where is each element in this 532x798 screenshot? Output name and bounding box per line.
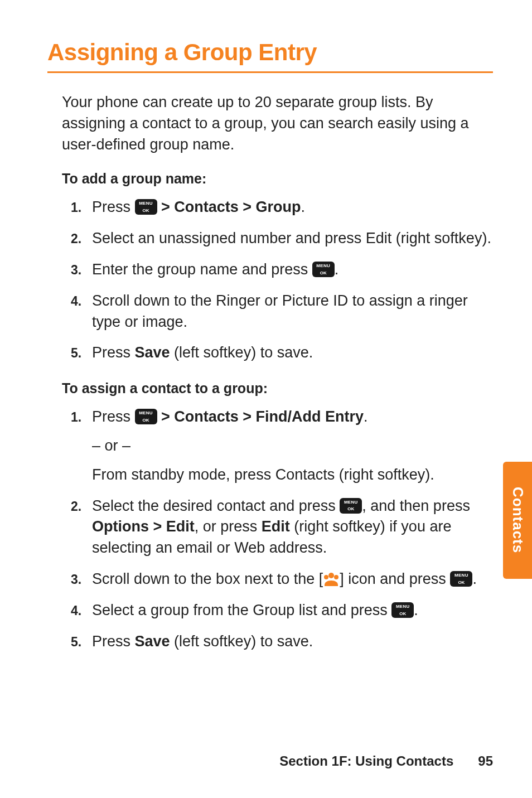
text-bold: > Contacts > Find/Add Entry — [161, 408, 364, 425]
text: , or press — [195, 518, 262, 535]
step-alt: From standby mode, press Contacts (right… — [92, 465, 493, 486]
menu-ok-icon — [450, 571, 472, 587]
steps-assign-contact: 1. Press > Contacts > Find/Add Entry. – … — [71, 407, 493, 652]
step-number: 5. — [71, 631, 92, 651]
intro-paragraph: Your phone can create up to 20 separate … — [62, 92, 493, 155]
subheading-add-group: To add a group name: — [62, 171, 493, 187]
subheading-assign-contact: To assign a contact to a group: — [62, 380, 493, 396]
text: . — [472, 570, 477, 587]
menu-ok-icon — [312, 262, 335, 277]
step-2: 2. Select an unassigned number and press… — [71, 228, 493, 249]
step-body: Scroll down to the Ringer or Picture ID … — [92, 291, 493, 333]
step-4: 4. Scroll down to the Ringer or Picture … — [71, 291, 493, 333]
step-number: 2. — [71, 228, 92, 248]
step-number: 1. — [71, 407, 92, 426]
text: Press — [92, 633, 135, 650]
text: Select a group from the Group list and p… — [92, 602, 391, 618]
step-body: Scroll down to the box next to the [] ic… — [92, 569, 493, 590]
text: . — [364, 408, 368, 425]
step-4: 4. Select a group from the Group list an… — [71, 600, 493, 621]
step-number: 3. — [71, 259, 92, 279]
step-5: 5. Press Save (left softkey) to save. — [71, 631, 493, 652]
footer-section: Section 1F: Using Contacts — [279, 753, 453, 769]
step-body: Press Save (left softkey) to save. — [92, 342, 493, 364]
text: . — [414, 602, 418, 618]
text-bold: > Contacts > Group — [161, 199, 301, 215]
text: (left softkey) to save. — [170, 344, 313, 361]
text: Press — [92, 344, 135, 361]
step-5: 5. Press Save (left softkey) to save. — [71, 342, 493, 364]
text: Enter the group name and press — [92, 261, 312, 278]
step-body: Select an unassigned number and press Ed… — [92, 228, 493, 249]
step-body: Press Save (left softkey) to save. — [92, 631, 493, 652]
text: Scroll down to the box next to the [ — [92, 570, 323, 587]
step-3: 3. Enter the group name and press . — [71, 259, 493, 280]
step-or: – or – — [92, 436, 493, 457]
step-number: 2. — [71, 496, 92, 515]
menu-ok-icon — [135, 199, 157, 215]
text-bold: Save — [135, 344, 170, 361]
step-2: 2. Select the desired contact and press … — [71, 496, 493, 559]
step-3: 3. Scroll down to the box next to the []… — [71, 569, 493, 590]
svg-point-0 — [328, 573, 334, 578]
section-tab-contacts: Contacts — [503, 462, 532, 579]
text: ] icon and press — [340, 570, 450, 587]
text-bold: Save — [135, 633, 170, 650]
svg-point-2 — [334, 575, 338, 579]
menu-ok-icon — [340, 498, 362, 514]
step-body: Select a group from the Group list and p… — [92, 600, 493, 621]
step-1: 1. Press > Contacts > Group. — [71, 197, 493, 218]
step-body: Press > Contacts > Group. — [92, 197, 493, 218]
title-rule — [47, 71, 493, 73]
text-bold: Options > Edit — [92, 518, 195, 535]
svg-point-1 — [324, 575, 328, 579]
step-number: 4. — [71, 600, 92, 620]
text: . — [335, 261, 339, 278]
step-number: 5. — [71, 342, 92, 362]
text: . — [301, 199, 306, 215]
footer-page-number: 95 — [478, 753, 493, 769]
page-root: Assigning a Group Entry Your phone can c… — [0, 0, 532, 798]
text: Select the desired contact and press — [92, 497, 340, 514]
text: , and then press — [362, 497, 470, 514]
step-body: Press > Contacts > Find/Add Entry. – or … — [92, 407, 493, 485]
step-1: 1. Press > Contacts > Find/Add Entry. – … — [71, 407, 493, 485]
group-icon — [323, 572, 340, 586]
step-number: 1. — [71, 197, 92, 216]
menu-ok-icon — [391, 602, 414, 618]
step-body: Select the desired contact and press , a… — [92, 496, 493, 559]
page-title: Assigning a Group Entry — [47, 39, 493, 66]
text: Press — [92, 199, 135, 215]
page-footer: Section 1F: Using Contacts 95 — [47, 753, 493, 769]
menu-ok-icon — [135, 409, 157, 424]
step-number: 3. — [71, 569, 92, 588]
step-number: 4. — [71, 291, 92, 310]
text-bold: Edit — [262, 518, 290, 535]
text: (left softkey) to save. — [170, 633, 313, 650]
step-body: Enter the group name and press . — [92, 259, 493, 280]
steps-add-group: 1. Press > Contacts > Group. 2. Select a… — [71, 197, 493, 364]
text: Press — [92, 408, 135, 425]
